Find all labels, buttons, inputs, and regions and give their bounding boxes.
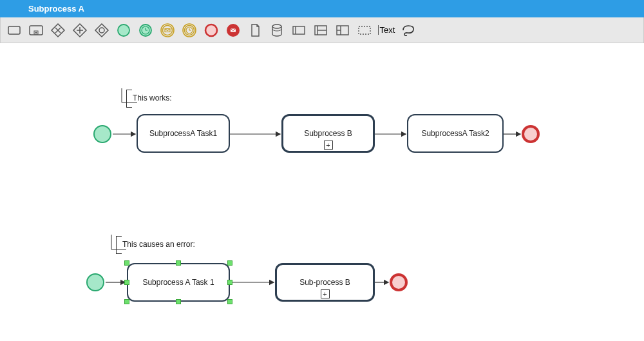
- gateway-exclusive-tool[interactable]: [48, 21, 68, 40]
- svg-point-10: [118, 24, 129, 36]
- gateway-inclusive-tool[interactable]: [92, 21, 111, 40]
- title-bar: Subprocess A: [0, 0, 644, 17]
- subprocess-d2[interactable]: Sub-process B +: [275, 263, 375, 302]
- gateway-parallel-tool[interactable]: [70, 21, 90, 40]
- selection-handle[interactable]: [176, 260, 181, 266]
- annotation-2: This causes an error:: [116, 240, 200, 249]
- task-tool[interactable]: [5, 21, 24, 40]
- svg-rect-0: [8, 26, 20, 34]
- selection-handle[interactable]: [227, 299, 232, 304]
- message-end-tool[interactable]: [223, 21, 243, 40]
- selection-handle[interactable]: [124, 260, 129, 266]
- lasso-tool[interactable]: [399, 21, 418, 40]
- group-tool[interactable]: [355, 21, 374, 40]
- start-event-tool[interactable]: [114, 21, 133, 40]
- svg-point-9: [99, 28, 104, 33]
- intermediate-timer-tool[interactable]: [180, 21, 199, 40]
- diagram-canvas[interactable]: This works: SubprocessA Task1 Subprocess…: [0, 43, 644, 341]
- end-event-2[interactable]: [390, 273, 408, 291]
- datastore-tool[interactable]: [267, 21, 287, 40]
- selection-handle[interactable]: [227, 260, 232, 266]
- lane-tool[interactable]: [311, 21, 330, 40]
- task-d2-1[interactable]: Subprocess A Task 1: [127, 263, 230, 302]
- text-tool[interactable]: Text: [377, 21, 396, 40]
- selection-handle[interactable]: [227, 280, 232, 285]
- pool-tool[interactable]: [289, 21, 308, 40]
- subprocess-tool[interactable]: [26, 21, 46, 40]
- timer-event-tool[interactable]: [136, 21, 155, 40]
- selection-handle[interactable]: [124, 280, 129, 285]
- svg-point-23: [205, 24, 217, 36]
- intermediate-message-tool[interactable]: [158, 21, 177, 40]
- svg-rect-35: [359, 26, 370, 34]
- toolbar: Text: [0, 17, 644, 43]
- subprocess-label: Sub-process B: [299, 278, 350, 287]
- end-event-tool[interactable]: [202, 21, 221, 40]
- lane3-tool[interactable]: [333, 21, 352, 40]
- selection-handle[interactable]: [124, 299, 129, 304]
- document-tool[interactable]: [245, 21, 265, 40]
- expand-icon[interactable]: +: [321, 289, 330, 298]
- task-label: Subprocess A Task 1: [142, 278, 214, 287]
- title-text: Subprocess A: [28, 4, 84, 14]
- start-event-2[interactable]: [86, 273, 104, 291]
- svg-rect-27: [293, 26, 305, 34]
- selection-handle[interactable]: [176, 299, 181, 304]
- svg-point-26: [272, 24, 281, 28]
